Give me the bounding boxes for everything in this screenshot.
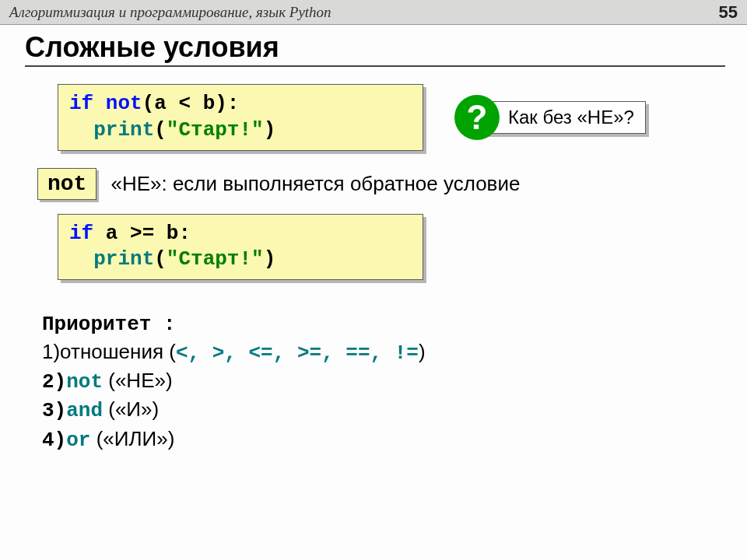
priority-line-3: 3)and («И») xyxy=(42,396,725,425)
str-2: "Старт!" xyxy=(167,247,264,271)
not-description-row: not «НЕ»: если выполняется обратное усло… xyxy=(37,168,725,200)
priority-line-2: 2)not («НЕ») xyxy=(42,367,725,396)
callout-text: Как без «НЕ»? xyxy=(478,101,646,134)
l2-desc: («НЕ») xyxy=(103,369,173,392)
priority-line-1: 1)отношения (<, >, <=, >=, ==, !=) xyxy=(42,338,725,367)
slide-title: Сложные условия xyxy=(25,31,725,67)
code-row-1: if not(a < b): print("Старт!") ? Как без… xyxy=(58,84,725,151)
slide-content: Сложные условия if not(a < b): print("Ст… xyxy=(0,25,747,454)
code-row-2: if a >= b: print("Старт!") xyxy=(58,214,725,281)
slide-header: Алгоритмизация и программирование, язык … xyxy=(0,0,747,25)
kw-if: if xyxy=(69,92,93,115)
kw-if-2: if xyxy=(69,222,93,245)
not-badge: not xyxy=(37,168,96,200)
l2-num: 2) xyxy=(42,370,66,394)
l2-kw: not xyxy=(66,370,103,394)
question-mark-icon: ? xyxy=(454,95,500,140)
l1-pre: 1)отношения ( xyxy=(42,340,176,363)
code-block-ge: if a >= b: print("Старт!") xyxy=(58,214,423,281)
fn-print-2: print xyxy=(93,247,154,271)
l4-desc: («ИЛИ») xyxy=(90,427,174,450)
fn-print-1: print xyxy=(93,118,154,142)
l1-post: ) xyxy=(419,340,426,363)
page-number: 55 xyxy=(719,2,738,23)
expr-2: a >= b: xyxy=(106,222,191,245)
priority-block: Приоритет : 1)отношения (<, >, <=, >=, =… xyxy=(42,311,725,453)
str-1: "Старт!" xyxy=(167,118,264,142)
paren-close-1: ) xyxy=(264,118,276,142)
kw-not: not xyxy=(106,92,142,115)
header-title: Алгоритмизация и программирование, язык … xyxy=(9,4,331,21)
l1-ops: <, >, <=, >=, ==, != xyxy=(176,341,419,365)
l4-num: 4) xyxy=(42,429,66,452)
priority-line-4: 4)or («ИЛИ») xyxy=(42,425,725,454)
expr-1: (a < b): xyxy=(142,92,240,115)
code-block-not: if not(a < b): print("Старт!") xyxy=(58,84,423,151)
not-description: «НЕ»: если выполняется обратное условие xyxy=(110,172,520,196)
paren-close-2: ) xyxy=(264,247,276,271)
l3-kw: and xyxy=(66,399,103,422)
l3-num: 3) xyxy=(42,399,66,422)
priority-header: Приоритет : xyxy=(42,311,725,338)
callout-question: ? Как без «НЕ»? xyxy=(454,95,646,140)
l4-kw: or xyxy=(66,429,90,452)
paren-open-2: ( xyxy=(154,247,167,271)
paren-open-1: ( xyxy=(154,118,167,142)
l3-desc: («И») xyxy=(103,397,159,421)
